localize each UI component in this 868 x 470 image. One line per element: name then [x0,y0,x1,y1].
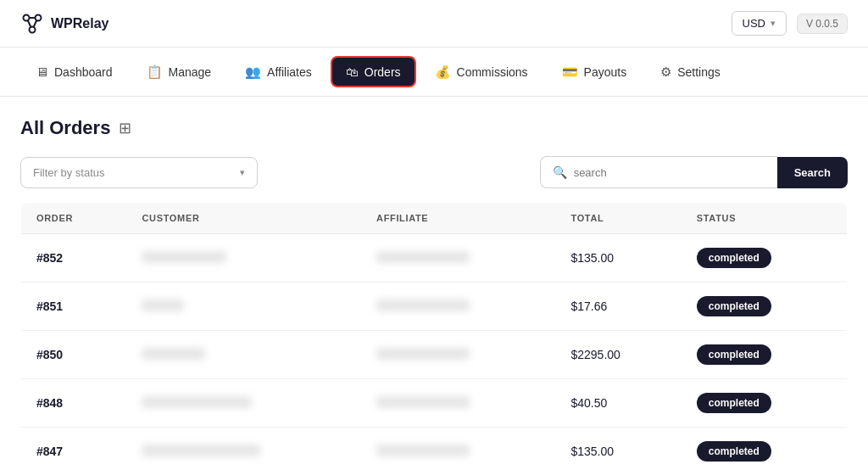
order-id-cell: #851 [21,283,127,331]
search-input[interactable] [574,166,765,179]
svg-line-5 [34,20,37,27]
nav-item-manage[interactable]: 📋 Manage [131,56,227,88]
orders-table: ORDER CUSTOMER AFFILIATE TOTAL STATUS #8… [20,202,848,470]
nav-item-payouts[interactable]: 💳 Payouts [547,56,643,88]
search-box: 🔍 [540,156,777,188]
logo: WPRelay [20,12,108,36]
total-cell: $40.50 [555,379,681,428]
customer-cell [126,428,361,471]
customer-name [142,348,205,360]
status-badge: completed [697,441,771,462]
page-title-row: All Orders ⊞ [20,117,848,139]
search-button[interactable]: Search [777,157,848,188]
total-cell: $2295.00 [555,331,681,379]
table-row: #847 $135.00 completed [21,428,848,471]
dashboard-icon: 🖥 [36,64,48,79]
table-row: #850 $2295.00 completed [21,331,848,379]
nav-item-dashboard[interactable]: 🖥 Dashboard [20,56,128,87]
customer-name [142,445,260,456]
col-header-affiliate: AFFILIATE [361,203,555,234]
nav-label-dashboard: Dashboard [54,65,113,79]
status-cell: completed [682,283,848,331]
affiliate-name [376,396,470,408]
customer-name [142,251,226,263]
status-badge: completed [697,393,771,413]
svg-point-2 [30,26,36,32]
order-id-cell: #847 [21,428,127,471]
filter-status-dropdown[interactable]: Filter by status ▾ [20,157,258,188]
nav-item-settings[interactable]: ⚙ Settings [645,56,736,88]
status-cell: completed [682,428,848,471]
affiliate-cell [361,331,555,379]
col-header-customer: CUSTOMER [126,203,361,234]
nav-item-affiliates[interactable]: 👥 Affiliates [230,56,327,88]
search-area: 🔍 Search [540,156,848,188]
currency-value: USD [743,17,765,30]
table-header: ORDER CUSTOMER AFFILIATE TOTAL STATUS [21,203,848,234]
settings-icon: ⚙ [660,64,671,80]
order-id-cell: #850 [21,331,127,379]
orders-icon: 🛍 [346,64,359,79]
order-total: $135.00 [570,445,614,458]
currency-selector[interactable]: USD ▾ [732,11,787,36]
filter-status-label: Filter by status [33,166,105,179]
header-right: USD ▾ V 0.0.5 [732,11,848,36]
nav-label-manage: Manage [169,65,212,79]
nav-label-orders: Orders [364,65,401,79]
search-icon: 🔍 [553,165,567,179]
version-badge: V 0.0.5 [797,14,848,34]
status-cell: completed [682,234,848,283]
order-id: #848 [36,396,63,410]
affiliates-icon: 👥 [245,64,261,80]
header: WPRelay USD ▾ V 0.0.5 [0,0,868,48]
page-title-export-icon[interactable]: ⊞ [119,119,131,137]
svg-line-4 [28,20,31,27]
nav-label-affiliates: Affiliates [267,65,312,79]
order-id-cell: #852 [21,234,127,283]
order-id: #850 [36,348,63,361]
status-badge: completed [697,344,771,365]
order-id: #852 [36,251,63,265]
table-row: #851 $17.66 completed [21,283,848,331]
nav-label-settings: Settings [677,65,721,79]
filter-chevron-icon: ▾ [240,167,245,178]
page-title: All Orders [20,117,110,139]
main-content: All Orders ⊞ Filter by status ▾ 🔍 Search… [0,97,868,470]
affiliate-cell [361,379,555,428]
total-cell: $17.66 [555,283,681,331]
customer-cell [126,234,361,283]
affiliate-name [376,251,470,263]
order-id: #851 [36,299,63,313]
chevron-down-icon: ▾ [771,18,776,29]
status-badge: completed [697,296,771,316]
affiliate-name [376,348,470,360]
customer-cell [126,283,361,331]
nav-item-orders[interactable]: 🛍 Orders [331,56,416,87]
nav-label-commissions: Commissions [457,65,528,79]
col-header-status: STATUS [682,203,848,234]
payouts-icon: 💳 [562,64,578,80]
manage-icon: 📋 [147,64,163,80]
order-total: $17.66 [570,299,607,313]
status-badge: completed [697,248,771,268]
table-row: #852 $135.00 completed [21,234,848,283]
nav-item-commissions[interactable]: 💰 Commissions [420,56,543,88]
affiliate-cell [361,234,555,283]
main-nav: 🖥 Dashboard 📋 Manage 👥 Affiliates 🛍 Orde… [0,48,868,97]
commissions-icon: 💰 [435,64,451,80]
order-total: $2295.00 [570,348,620,361]
table-row: #848 $40.50 completed [21,379,848,428]
filters-row: Filter by status ▾ 🔍 Search [20,156,848,188]
affiliate-name [376,445,470,456]
order-total: $40.50 [570,396,607,410]
logo-text: WPRelay [51,16,108,31]
affiliate-cell [361,428,555,471]
affiliate-name [376,299,470,311]
customer-cell [126,331,361,379]
customer-cell [126,379,361,428]
col-header-order: ORDER [21,203,127,234]
nav-label-payouts: Payouts [584,65,627,79]
total-cell: $135.00 [555,428,681,471]
order-total: $135.00 [570,251,614,265]
logo-icon [20,12,44,36]
